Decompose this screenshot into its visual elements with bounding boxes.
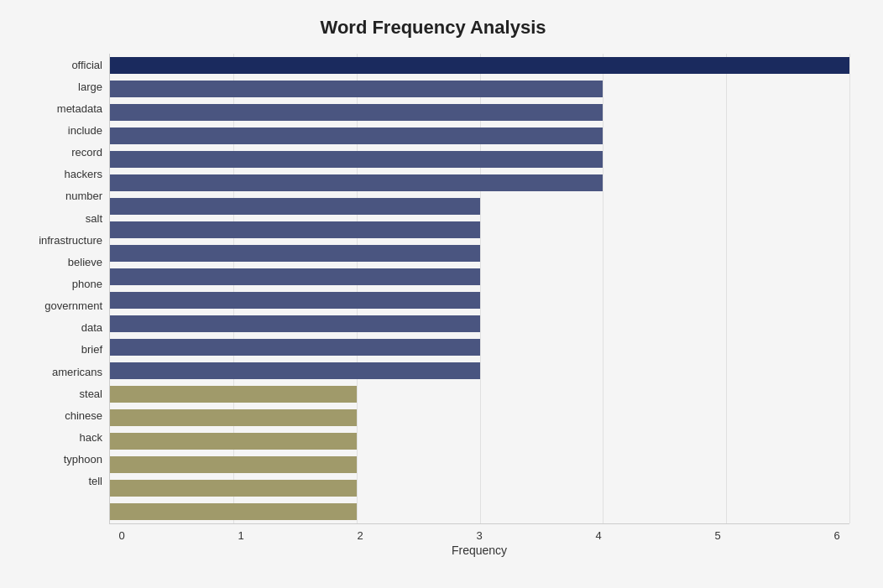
y-label: americans xyxy=(17,361,102,382)
y-label: number xyxy=(17,185,102,207)
y-labels: officiallargemetadataincluderecordhacker… xyxy=(17,54,109,516)
bar-row xyxy=(110,455,849,475)
bar xyxy=(110,127,603,144)
grid-line xyxy=(480,54,481,523)
plot-area: 0123456 Frequency xyxy=(109,54,849,516)
x-tick: 2 xyxy=(347,529,373,542)
x-axis: 0123456 xyxy=(109,524,849,542)
bar-row xyxy=(110,290,849,310)
x-tick: 6 xyxy=(824,529,849,542)
y-label: hack xyxy=(17,426,102,448)
x-tick: 1 xyxy=(228,529,253,542)
chart-title: Word Frequency Analysis xyxy=(17,17,849,39)
bar xyxy=(110,339,480,356)
bar-row xyxy=(110,102,849,122)
y-label: government xyxy=(17,295,102,317)
bar xyxy=(110,268,480,285)
y-label: brief xyxy=(17,339,102,361)
bar-row xyxy=(110,196,849,216)
x-axis-label: Frequency xyxy=(109,544,849,557)
y-label: believe xyxy=(17,251,102,273)
bar-row xyxy=(110,149,849,169)
bar xyxy=(110,480,357,497)
x-tick: 3 xyxy=(467,529,492,542)
grid-line xyxy=(603,54,603,523)
bar xyxy=(110,221,480,238)
bar xyxy=(110,315,480,332)
bar xyxy=(110,198,480,215)
y-label: infrastructure xyxy=(17,229,102,251)
bar-row xyxy=(110,384,849,404)
bar-row xyxy=(110,431,849,451)
bar-row xyxy=(110,243,849,263)
bar-row xyxy=(110,502,849,522)
y-label: include xyxy=(17,119,102,141)
bars-wrapper xyxy=(109,54,849,524)
bar xyxy=(110,386,357,403)
y-label: hackers xyxy=(17,164,102,185)
bar xyxy=(110,81,603,97)
bar xyxy=(110,151,603,168)
y-label: official xyxy=(17,54,102,75)
y-label: typhoon xyxy=(17,449,102,471)
grid-line xyxy=(849,54,850,523)
bar-row xyxy=(110,314,849,334)
y-label: tell xyxy=(17,471,102,492)
bar-row xyxy=(110,478,849,498)
bar-row xyxy=(110,126,849,146)
x-tick: 5 xyxy=(705,529,730,542)
bar xyxy=(110,292,480,309)
bar xyxy=(110,503,357,520)
grid-line xyxy=(233,54,234,523)
bar-row xyxy=(110,267,849,287)
bar xyxy=(110,57,849,74)
grid-line xyxy=(357,54,358,523)
bar-row xyxy=(110,408,849,428)
bar-row xyxy=(110,173,849,193)
grid-line xyxy=(726,54,727,523)
y-label: phone xyxy=(17,273,102,294)
y-label: record xyxy=(17,142,102,164)
bar xyxy=(110,433,357,450)
y-label: large xyxy=(17,75,102,97)
y-label: chinese xyxy=(17,404,102,426)
x-tick: 0 xyxy=(109,529,134,542)
bar-row xyxy=(110,55,849,75)
bar xyxy=(110,245,480,262)
bar xyxy=(110,409,357,426)
bar xyxy=(110,104,603,121)
bar xyxy=(110,362,480,379)
bar xyxy=(110,174,603,191)
x-tick: 4 xyxy=(586,529,611,542)
y-label: salt xyxy=(17,207,102,229)
bar-row xyxy=(110,79,849,99)
y-label: steal xyxy=(17,382,102,404)
bar-row xyxy=(110,337,849,357)
y-label: metadata xyxy=(17,97,102,119)
chart-container: Word Frequency Analysis officiallargemet… xyxy=(0,0,883,588)
bar-row xyxy=(110,361,849,381)
y-label: data xyxy=(17,317,102,339)
bar xyxy=(110,456,357,473)
bar-row xyxy=(110,220,849,240)
chart-area: officiallargemetadataincluderecordhacker… xyxy=(17,54,849,516)
